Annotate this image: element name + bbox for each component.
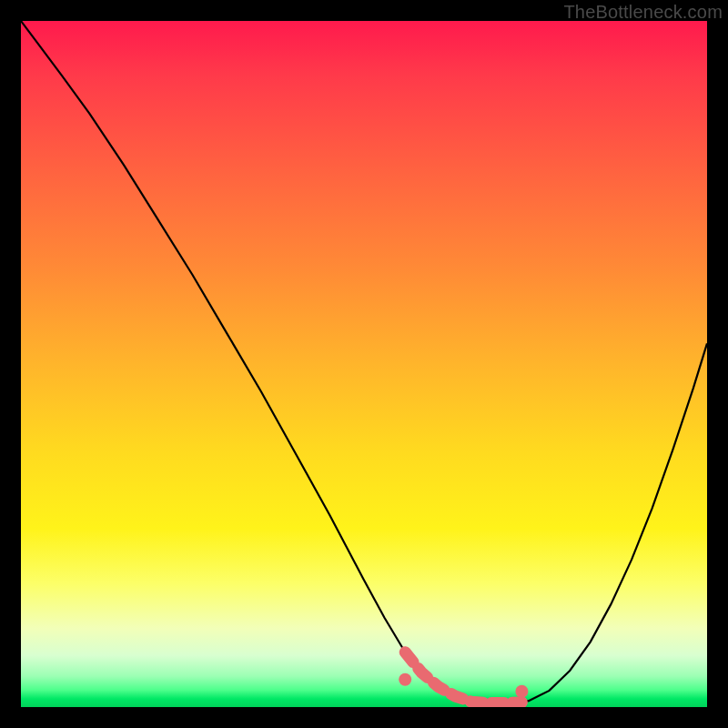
plot-area [21, 21, 707, 707]
svg-point-1 [515, 685, 528, 698]
chart-frame: TheBottleneck.com [0, 0, 728, 728]
optimal-range-marker [21, 21, 707, 707]
watermark-text: TheBottleneck.com [563, 2, 723, 23]
svg-point-0 [399, 673, 411, 686]
